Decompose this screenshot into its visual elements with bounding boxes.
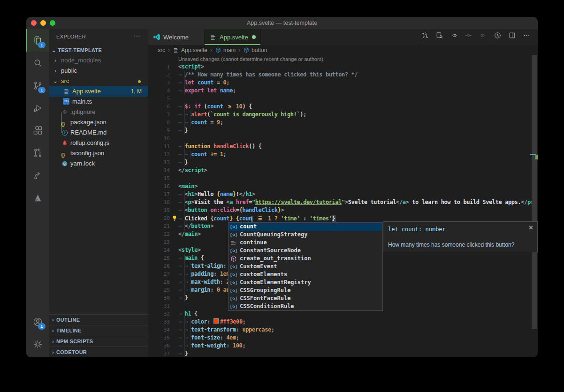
activity-item-source-control[interactable]: 1 <box>26 74 49 97</box>
suggest-label: create_out_transition <box>240 255 311 263</box>
activity-item-azure[interactable] <box>26 187 49 209</box>
toolbar-open-changes-icon[interactable] <box>421 31 432 43</box>
breadcrumb-item-App.svelte[interactable]: App.svelte <box>173 47 207 53</box>
suggest-item-CSSGroupingRule[interactable]: CSSGroupingRule <box>229 286 382 294</box>
code-line-32[interactable]: 32→h1 { <box>148 310 538 318</box>
panel-header-timeline[interactable]: ›TIMELINE <box>49 325 148 336</box>
suggest-item-customElements[interactable]: customElements <box>229 271 382 279</box>
suggest-label: CSSConditionRule <box>240 302 294 310</box>
file-row-README.md[interactable]: README.md <box>49 128 148 138</box>
file-row-main.ts[interactable]: TSmain.ts <box>49 97 148 107</box>
code-line-3[interactable]: 3→let count = 0; <box>148 79 538 87</box>
suggest-item-create_out_transition[interactable]: create_out_transition <box>229 255 382 263</box>
typescript-file-icon: TS <box>63 98 70 106</box>
code-line-19[interactable]: 19→<button on:click={handleClick}> <box>148 206 538 214</box>
line-number: 6 <box>148 103 170 111</box>
tab-app-svelte[interactable]: App.svelte <box>205 29 261 45</box>
breadcrumb-item-main[interactable]: main <box>215 47 236 53</box>
panel-header-npm-scripts[interactable]: ›NPM SCRIPTS <box>49 336 148 347</box>
explorer-more-actions-icon[interactable]: ⋯ <box>134 32 141 39</box>
activity-item-explorer[interactable]: 1 <box>26 29 49 52</box>
panel-header-codetour[interactable]: ›CODETOUR <box>49 347 148 357</box>
file-row-App.svelte[interactable]: App.svelte1, M <box>49 86 148 97</box>
breadcrumb-item-button[interactable]: button <box>243 47 267 53</box>
code-line-37[interactable]: 37→} <box>148 350 538 357</box>
json-braces-icon: {} <box>61 150 69 157</box>
code-line-12[interactable]: 12→→count += 1; <box>148 151 538 158</box>
suggest-item-CountQueuingStrategy[interactable]: CountQueuingStrategy <box>229 231 382 239</box>
file-row-tsconfig.json[interactable]: {}tsconfig.json <box>49 148 148 158</box>
code-line-7[interactable]: 7→→alert(`count is dangerously high!`); <box>148 111 538 119</box>
run-debug-icon <box>32 103 43 113</box>
toolbar-navigate-forward-icon[interactable] <box>479 31 490 43</box>
activity-item-search[interactable] <box>26 52 49 74</box>
line-number: 3 <box>148 79 170 87</box>
scrollbar-slider[interactable] <box>532 55 537 329</box>
toolbar-navigate-origin-icon[interactable] <box>465 31 476 43</box>
line-number: 8 <box>148 119 170 127</box>
gitlens-codelens[interactable]: Unsaved changes (cannot determine recent… <box>178 56 323 62</box>
code-editor[interactable]: Unsaved changes (cannot determine recent… <box>148 55 538 357</box>
chevron-icon: ⌄ <box>53 76 58 86</box>
toolbar-more-actions-icon[interactable] <box>523 31 534 43</box>
suggest-item-CustomElementRegistry[interactable]: CustomElementRegistry <box>229 279 382 286</box>
code-line-6[interactable]: 6→$: if (count ≥ 10) { <box>148 103 538 111</box>
file-row-.gitignore[interactable]: .gitignore <box>49 107 148 117</box>
activity-item-settings[interactable] <box>26 333 49 355</box>
code-line-9[interactable]: 9→} <box>148 127 538 135</box>
line-number: 22 <box>148 230 170 238</box>
window-title: App.svelte — test-template <box>26 17 538 29</box>
file-row-package.json[interactable]: {}package.json <box>49 117 148 128</box>
activity-bar: 111 <box>26 29 49 357</box>
toolbar-open-preview-icon[interactable] <box>435 31 447 43</box>
tab-label: Welcome <box>163 34 189 41</box>
suggest-item-ConstantSourceNode[interactable]: ConstantSourceNode <box>229 247 382 255</box>
symbol-cube-icon <box>243 47 250 53</box>
code-line-33[interactable]: 33→→color: #ff3e00; <box>148 318 538 326</box>
lightbulb-icon[interactable] <box>171 215 178 221</box>
suggest-label: continue <box>240 239 267 247</box>
suggest-item-CSSConditionRule[interactable]: CSSConditionRule <box>229 302 382 310</box>
code-line-16[interactable]: 16<main> <box>148 182 538 190</box>
suggest-item-CustomEvent[interactable]: CustomEvent <box>229 263 382 271</box>
close-icon[interactable]: ✕ <box>528 224 534 231</box>
code-line-35[interactable]: 35→→font-size: 4em; <box>148 334 538 342</box>
file-row-node_modules[interactable]: ›node_modules <box>49 55 148 66</box>
activity-item-live-share[interactable] <box>26 164 49 187</box>
code-line-13[interactable]: 13→} <box>148 158 538 166</box>
activity-item-run-debug[interactable] <box>26 97 49 119</box>
file-row-rollup.config.js[interactable]: rollup.config.js <box>49 138 148 148</box>
activity-item-pull-requests[interactable] <box>26 142 49 164</box>
suggest-item-continue[interactable]: continue <box>229 239 382 247</box>
code-line-2[interactable]: 2→/** How many times has someone clicked… <box>148 71 538 79</box>
code-line-17[interactable]: 17→<h1>Hello {name}!</h1> <box>148 190 538 198</box>
toolbar-history-icon[interactable] <box>494 31 505 43</box>
line-number: 23 <box>148 238 170 246</box>
activity-item-accounts[interactable]: 1 <box>26 310 49 333</box>
file-row-yarn.lock[interactable]: yarn.lock <box>49 158 148 169</box>
line-number: 24 <box>148 246 170 254</box>
code-line-4[interactable]: 4→export let name; <box>148 87 538 95</box>
toolbar-split-editor-icon[interactable] <box>508 31 519 43</box>
tab-welcome[interactable]: Welcome <box>148 29 205 45</box>
code-line-36[interactable]: 36→→font-weight: 100; <box>148 342 538 350</box>
suggest-item-CSSFontFaceRule[interactable]: CSSFontFaceRule <box>229 294 382 302</box>
toolbar-navigate-back-icon[interactable] <box>450 31 461 43</box>
code-line-5[interactable]: 5 <box>148 95 538 103</box>
code-line-18[interactable]: 18→<p>Visit the <a href="https://svelte.… <box>148 198 538 206</box>
code-line-11[interactable]: 11→function handleClick() { <box>148 143 538 151</box>
code-line-15[interactable]: 15 <box>148 174 538 182</box>
workspace-section-header[interactable]: ⌄TEST-TEMPLATE <box>49 45 148 55</box>
code-line-10[interactable]: 10 <box>148 135 538 143</box>
file-row-public[interactable]: ›public <box>49 66 148 76</box>
breadcrumb-item-src[interactable]: src <box>158 47 165 53</box>
code-line-34[interactable]: 34→→text-transform: uppercase; <box>148 326 538 334</box>
activity-item-extensions[interactable] <box>26 119 49 142</box>
code-line-1[interactable]: 1<script> <box>148 63 538 71</box>
suggest-item-count[interactable]: count <box>229 223 382 231</box>
panel-header-outline[interactable]: ›OUTLINE <box>49 314 148 325</box>
code-line-14[interactable]: 14</script> <box>148 166 538 174</box>
file-row-src[interactable]: ⌄src <box>49 76 148 86</box>
code-line-8[interactable]: 8→→count = 9; <box>148 119 538 127</box>
breadcrumb-separator: › <box>238 47 240 53</box>
